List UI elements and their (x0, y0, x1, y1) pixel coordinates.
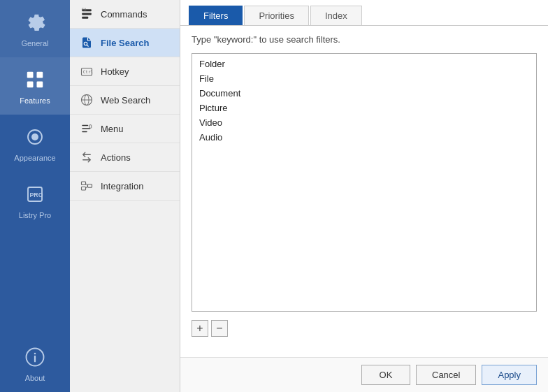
appearance-icon (22, 124, 48, 150)
actions-icon (80, 150, 94, 164)
svg-rect-26 (82, 182, 86, 185)
svg-rect-28 (88, 184, 92, 188)
sidebar-item-listry-pro[interactable]: PRO Listry Pro (0, 172, 70, 229)
svg-text:Ctrl: Ctrl (83, 69, 93, 74)
tab-priorities[interactable]: Priorities (244, 6, 309, 25)
svg-rect-23 (82, 128, 90, 129)
svg-text:CA: CA (82, 8, 87, 12)
subnav-item-web-search-label: Web Search (101, 95, 150, 106)
filter-controls: + − (192, 320, 537, 337)
web-search-icon (80, 93, 94, 107)
svg-rect-1 (37, 72, 43, 78)
svg-rect-22 (82, 125, 88, 126)
remove-filter-button[interactable]: − (211, 320, 228, 337)
subnav-item-commands-label: Commands (101, 9, 147, 20)
subnav-item-hotkey-label: Hotkey (101, 66, 129, 77)
pro-icon: PRO (22, 182, 48, 207)
filter-item[interactable]: Picture (192, 101, 536, 115)
tab-index[interactable]: Index (310, 6, 362, 25)
subnav-item-file-search[interactable]: File Search (70, 29, 180, 57)
filter-item[interactable]: Audio (192, 130, 536, 145)
tab-filters[interactable]: Filters (189, 6, 243, 25)
svg-point-4 (31, 133, 38, 140)
filter-item[interactable]: File (192, 71, 536, 86)
svg-rect-25 (89, 125, 92, 129)
sidebar-item-general-label: General (21, 39, 48, 48)
svg-rect-3 (37, 82, 43, 88)
subnav-item-file-search-label: File Search (101, 38, 149, 48)
filter-list[interactable]: FolderFileDocumentPictureVideoAudio (192, 53, 537, 312)
cancel-button[interactable]: Cancel (416, 365, 476, 385)
subnav-item-actions-label: Actions (101, 152, 131, 163)
sidebar-item-about[interactable]: About (0, 335, 70, 392)
filter-item[interactable]: Document (192, 86, 536, 101)
sidebar-item-about-label: About (25, 374, 45, 382)
svg-text:PRO: PRO (30, 191, 43, 198)
integration-icon (80, 179, 94, 193)
features-icon (22, 67, 48, 92)
content-area: Type "keyword:" to use search filters. F… (180, 26, 548, 357)
commands-icon: CA (80, 7, 94, 21)
sidebar-item-listry-pro-label: Listry Pro (19, 211, 51, 219)
hotkey-icon: Ctrl (80, 64, 94, 78)
file-search-icon (80, 36, 94, 50)
svg-rect-13 (82, 17, 88, 19)
sidebar-item-appearance-label: Appearance (14, 154, 55, 162)
subnav-item-integration[interactable]: Integration (70, 172, 180, 201)
menu-icon (80, 122, 94, 136)
svg-rect-24 (82, 131, 87, 133)
hint-text: Type "keyword:" to use search filters. (192, 34, 537, 45)
sidebar-icon-nav: General Features Appearance PRO (0, 0, 70, 392)
sidebar-item-appearance[interactable]: Appearance (0, 115, 70, 172)
svg-rect-2 (27, 82, 34, 88)
svg-rect-0 (27, 72, 34, 78)
subnav-item-menu[interactable]: Menu (70, 115, 180, 143)
ok-button[interactable]: OK (361, 365, 410, 385)
svg-rect-12 (82, 13, 92, 15)
subnav-item-commands[interactable]: CA Commands (70, 0, 180, 29)
main-content: Filters Priorities Index Type "keyword:"… (180, 0, 548, 392)
apply-button[interactable]: Apply (482, 365, 537, 385)
subnav-item-integration-label: Integration (101, 181, 143, 191)
subnav-item-hotkey[interactable]: Ctrl Hotkey (70, 57, 180, 86)
footer: OK Cancel Apply (180, 357, 548, 392)
subnav-item-actions[interactable]: Actions (70, 143, 180, 172)
svg-rect-27 (82, 187, 86, 191)
filter-item[interactable]: Video (192, 115, 536, 130)
subnav-item-menu-label: Menu (101, 124, 124, 134)
tab-bar: Filters Priorities Index (180, 0, 548, 26)
sidebar-item-features-label: Features (20, 96, 50, 105)
info-icon (22, 344, 48, 370)
add-filter-button[interactable]: + (192, 320, 208, 337)
subnav-item-web-search[interactable]: Web Search (70, 86, 180, 115)
subnav-panel: CA Commands File Search Ctrl Hotkey (70, 0, 180, 392)
sidebar-item-general[interactable]: General (0, 0, 70, 57)
filter-item[interactable]: Folder (192, 57, 536, 71)
gear-icon (22, 10, 48, 35)
sidebar-item-features[interactable]: Features (0, 57, 70, 115)
